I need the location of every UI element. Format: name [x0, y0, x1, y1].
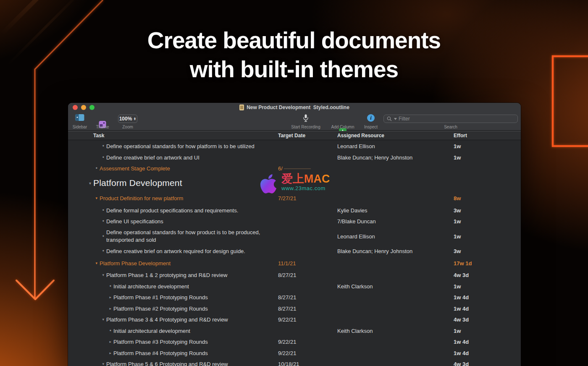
task-cell[interactable]: Platform Phase Development: [100, 260, 171, 266]
task-cell[interactable]: Define creative brief on artwork require…: [106, 248, 245, 254]
inspect-icon[interactable]: i: [367, 114, 375, 122]
task-cell[interactable]: Platform Phase #3 Prototyping Rounds: [113, 339, 208, 345]
task-cell[interactable]: Assessment Stage Complete: [100, 165, 170, 172]
table-row[interactable]: ▾Platform Phase Development11/1/2117w 1d: [68, 256, 521, 269]
task-cell[interactable]: Platform Phase #4 Prototyping Rounds: [113, 350, 208, 356]
section-heading-row[interactable]: ▾Platform Development: [68, 174, 521, 192]
titlebar[interactable]: New Product Development Styled.ooutline: [68, 103, 521, 112]
effort-cell[interactable]: 1w 4d: [454, 350, 469, 356]
effort-cell[interactable]: 17w 1d: [454, 260, 472, 266]
task-cell[interactable]: Initial architecture development: [113, 283, 189, 289]
target-date-cell[interactable]: 9/22/21: [278, 350, 296, 356]
assigned-resource-cell[interactable]: Leonard Ellison: [337, 233, 375, 239]
column-header-assigned-resource[interactable]: Assigned Resource: [337, 133, 384, 139]
task-cell[interactable]: Platform Phase 1 & 2 prototyping and R&D…: [106, 272, 227, 278]
effort-cell[interactable]: 1w: [454, 143, 461, 149]
column-header-task[interactable]: Task: [93, 133, 104, 139]
table-row[interactable]: ▾Platform Phase 1 & 2 prototyping and R&…: [68, 269, 521, 281]
task-cell[interactable]: Define operational standards for how pro…: [106, 229, 260, 244]
table-row[interactable]: •Initial architectural developmentKeith …: [68, 325, 521, 337]
task-cell[interactable]: Platform Phase #1 Prototyping Rounds: [113, 294, 208, 301]
task-cell[interactable]: Platform Phase #2 Prototyping Rounds: [113, 305, 208, 311]
effort-cell[interactable]: 1w 4d: [454, 305, 469, 311]
effort-cell[interactable]: 8w: [454, 195, 461, 201]
effort-cell[interactable]: 1w: [454, 233, 461, 239]
hero-headline: Create beautiful documents with built-in…: [0, 26, 588, 84]
table-row[interactable]: ▸Platform Phase #4 Prototyping Rounds9/2…: [68, 348, 521, 359]
effort-cell[interactable]: 1w: [454, 218, 461, 225]
task-cell[interactable]: Define creative brief on artwork and UI: [106, 154, 200, 160]
effort-cell[interactable]: 1w: [454, 154, 461, 160]
target-date-cell[interactable]: 9/22/21: [278, 316, 296, 323]
task-cell[interactable]: Define formal product specifications and…: [106, 207, 238, 213]
microphone-icon[interactable]: [303, 114, 308, 124]
table-row[interactable]: ▾Product Definition for new platform7/27…: [68, 192, 521, 205]
disclosure-expanded-icon[interactable]: ▾: [89, 180, 93, 185]
table-row[interactable]: ▸Platform Phase #3 Prototyping Rounds9/2…: [68, 336, 521, 348]
disclosure-collapsed-icon[interactable]: ▸: [109, 295, 113, 299]
table-row[interactable]: •Define operational standards for how pr…: [68, 227, 521, 246]
assigned-resource-cell[interactable]: Keith Clarkson: [337, 327, 373, 334]
task-cell[interactable]: Define UI specifications: [106, 218, 163, 225]
window-chrome: New Product Development Styled.ooutline …: [68, 103, 521, 131]
task-cell[interactable]: Platform Phase 3 & 4 Prototyping and R&D…: [106, 316, 228, 323]
search-input[interactable]: [399, 116, 514, 122]
target-date-cell[interactable]: 10/18/21: [278, 361, 299, 366]
table-row[interactable]: •Define creative brief on artwork requir…: [68, 246, 521, 257]
effort-cell[interactable]: 1w: [454, 327, 461, 334]
assigned-resource-cell[interactable]: Blake Duncan; Henry Johnston: [337, 154, 412, 160]
disclosure-expanded-icon[interactable]: ▾: [102, 273, 106, 277]
zoom-stepper[interactable]: 100% ▲▼: [118, 115, 137, 123]
target-date-cell[interactable]: 6/: [278, 165, 311, 172]
task-cell[interactable]: Define operational standards for how pla…: [106, 143, 255, 149]
table-row[interactable]: ▸Platform Phase #1 Prototyping Rounds8/2…: [68, 292, 521, 303]
disclosure-expanded-icon[interactable]: ▾: [95, 261, 100, 265]
disclosure-expanded-icon[interactable]: ▾: [95, 196, 100, 200]
table-row[interactable]: ▸Platform Phase #2 Prototyping Rounds8/2…: [68, 303, 521, 314]
table-row[interactable]: ▾Platform Phase 5 & 6 Prototyping and R&…: [68, 358, 521, 366]
date-text: 9/22/21: [278, 339, 296, 345]
disclosure-expanded-icon[interactable]: ▾: [102, 362, 106, 366]
target-date-cell[interactable]: 11/1/21: [278, 260, 296, 266]
effort-cell[interactable]: 1w: [454, 283, 461, 289]
target-date-cell[interactable]: 9/22/21: [278, 339, 296, 345]
disclosure-expanded-icon[interactable]: ▾: [102, 317, 106, 322]
target-date-cell[interactable]: 7/27/21: [278, 195, 296, 201]
table-row[interactable]: •Assessment Stage Complete6/: [68, 163, 521, 174]
assigned-resource-cell[interactable]: Kylie Davies: [337, 207, 368, 213]
effort-cell[interactable]: 4w 3d: [454, 361, 469, 366]
assigned-resource-cell[interactable]: Blake Duncan; Henry Johnston: [337, 248, 412, 254]
effort-cell[interactable]: 1w 4d: [454, 339, 469, 345]
target-date-cell[interactable]: 8/27/21: [278, 294, 296, 301]
task-cell[interactable]: Product Definition for new platform: [100, 195, 183, 201]
table-row[interactable]: •Initial architecture developmentKeith C…: [68, 281, 521, 292]
column-header-target-date[interactable]: Target Date: [278, 133, 305, 139]
filter-search-field[interactable]: [383, 115, 518, 123]
task-cell[interactable]: Platform Phase 5 & 6 Prototyping and R&D…: [106, 361, 228, 366]
table-row[interactable]: •Define UI specifications7/Blake Duncan1…: [68, 216, 521, 227]
table-header: Task Target Date Assigned Resource Effor…: [68, 131, 521, 140]
table-row[interactable]: •Define creative brief on artwork and UI…: [68, 152, 521, 163]
assigned-resource-cell[interactable]: 7/Blake Duncan: [337, 218, 376, 225]
target-date-cell[interactable]: 8/27/21: [278, 305, 296, 311]
table-row[interactable]: ▾Platform Phase 3 & 4 Prototyping and R&…: [68, 314, 521, 325]
table-row[interactable]: •Define operational standards for how pl…: [68, 141, 521, 152]
target-date-cell[interactable]: 8/27/21: [278, 272, 296, 278]
effort-cell[interactable]: 4w 3d: [454, 316, 469, 323]
effort-cell[interactable]: 3w: [454, 207, 461, 213]
task-cell[interactable]: Platform Development: [93, 178, 182, 188]
disclosure-collapsed-icon[interactable]: ▸: [109, 340, 113, 344]
assigned-resource-cell[interactable]: Leonard Ellison: [337, 143, 375, 149]
task-line: Define operational standards for how pro…: [106, 229, 260, 236]
chevron-down-icon: [394, 118, 397, 120]
assigned-resource-cell[interactable]: Keith Clarkson: [337, 283, 373, 289]
disclosure-collapsed-icon[interactable]: ▸: [109, 351, 113, 355]
disclosure-collapsed-icon[interactable]: ▸: [109, 306, 113, 311]
effort-cell[interactable]: 4w 3d: [454, 272, 469, 278]
task-cell[interactable]: Initial architectural development: [113, 327, 190, 334]
sidebar-toggle-icon[interactable]: [76, 114, 84, 121]
column-header-effort[interactable]: Effort: [454, 133, 467, 139]
effort-cell[interactable]: 1w 4d: [454, 294, 469, 301]
effort-cell[interactable]: 3w: [454, 248, 461, 254]
table-row[interactable]: •Define formal product specifications an…: [68, 205, 521, 216]
